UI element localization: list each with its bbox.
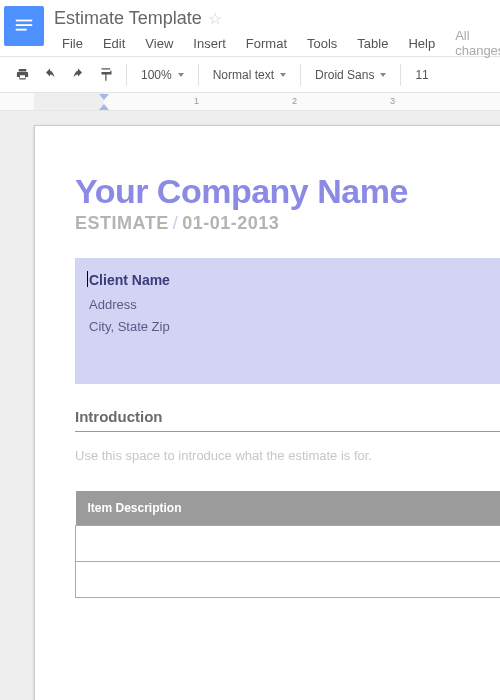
- first-line-indent-icon: [99, 94, 109, 100]
- print-button[interactable]: [8, 62, 36, 88]
- caret-down-icon: [380, 73, 386, 77]
- zoom-select[interactable]: 100%: [133, 62, 192, 88]
- separator: [126, 64, 127, 86]
- zoom-value: 100%: [141, 68, 172, 82]
- undo-icon: [43, 67, 58, 82]
- paint-format-button[interactable]: [92, 62, 120, 88]
- introduction-placeholder-text[interactable]: Use this space to introduce what the est…: [75, 448, 500, 463]
- item-description-header[interactable]: Item Description: [76, 491, 501, 526]
- menu-insert[interactable]: Insert: [185, 33, 234, 54]
- introduction-heading[interactable]: Introduction: [75, 408, 500, 425]
- save-status: All changes: [455, 28, 500, 58]
- svg-rect-0: [16, 20, 33, 22]
- font-value: Droid Sans: [315, 68, 374, 82]
- print-icon: [15, 67, 30, 82]
- menu-table[interactable]: Table: [349, 33, 396, 54]
- menu-help[interactable]: Help: [400, 33, 443, 54]
- svg-rect-2: [16, 29, 27, 31]
- document-canvas[interactable]: Your Company Name ESTIMATE/01-01-2013 Cl…: [0, 111, 500, 700]
- estimate-date: 01-01-2013: [182, 213, 279, 233]
- header-main: Estimate Template ☆ File Edit View Inser…: [54, 6, 500, 56]
- size-value: 11: [415, 68, 428, 82]
- table-row[interactable]: [76, 562, 501, 598]
- caret-down-icon: [280, 73, 286, 77]
- company-name-heading[interactable]: Your Company Name: [75, 172, 500, 211]
- style-value: Normal text: [213, 68, 274, 82]
- menu-lines-icon: [13, 15, 35, 37]
- caret-down-icon: [178, 73, 184, 77]
- menu-file[interactable]: File: [54, 33, 91, 54]
- ruler-tick-1: 1: [194, 96, 199, 106]
- table-header-row: Item Description: [76, 491, 501, 526]
- ruler-indent-handle[interactable]: [99, 94, 109, 110]
- menu-bar: File Edit View Insert Format Tools Table…: [54, 30, 500, 56]
- slash-divider: /: [173, 213, 179, 233]
- ruler-left-margin: [34, 93, 104, 110]
- redo-icon: [71, 67, 86, 82]
- client-name[interactable]: Client Name: [89, 272, 500, 288]
- client-address[interactable]: Address: [89, 294, 500, 316]
- client-city-state-zip[interactable]: City, State Zip: [89, 316, 500, 338]
- menu-edit[interactable]: Edit: [95, 33, 133, 54]
- separator: [300, 64, 301, 86]
- menu-tools[interactable]: Tools: [299, 33, 345, 54]
- ruler-tick-3: 3: [390, 96, 395, 106]
- app-header: Estimate Template ☆ File Edit View Inser…: [0, 0, 500, 57]
- svg-rect-1: [16, 24, 33, 26]
- table-cell[interactable]: [76, 562, 501, 598]
- left-indent-icon: [99, 104, 109, 110]
- separator: [400, 64, 401, 86]
- docs-logo[interactable]: [4, 6, 44, 46]
- estimate-subheading[interactable]: ESTIMATE/01-01-2013: [75, 213, 500, 234]
- paint-roller-icon: [99, 67, 114, 82]
- title-row: Estimate Template ☆: [54, 6, 500, 30]
- items-table[interactable]: Item Description: [75, 491, 500, 598]
- redo-button[interactable]: [64, 62, 92, 88]
- table-cell[interactable]: [76, 526, 501, 562]
- horizontal-rule: [75, 431, 500, 432]
- document-page[interactable]: Your Company Name ESTIMATE/01-01-2013 Cl…: [34, 125, 500, 700]
- estimate-label: ESTIMATE: [75, 213, 169, 233]
- font-size-select[interactable]: 11: [407, 62, 436, 88]
- star-icon[interactable]: ☆: [208, 9, 222, 28]
- undo-button[interactable]: [36, 62, 64, 88]
- menu-format[interactable]: Format: [238, 33, 295, 54]
- toolbar: 100% Normal text Droid Sans 11: [0, 57, 500, 93]
- paragraph-style-select[interactable]: Normal text: [205, 62, 294, 88]
- client-info-box[interactable]: Client Name Address City, State Zip: [75, 258, 500, 384]
- separator: [198, 64, 199, 86]
- menu-view[interactable]: View: [137, 33, 181, 54]
- ruler-tick-2: 2: [292, 96, 297, 106]
- document-title[interactable]: Estimate Template: [54, 8, 202, 29]
- horizontal-ruler[interactable]: 1 2 3: [0, 93, 500, 111]
- text-cursor: [87, 271, 88, 287]
- table-row[interactable]: [76, 526, 501, 562]
- font-family-select[interactable]: Droid Sans: [307, 62, 394, 88]
